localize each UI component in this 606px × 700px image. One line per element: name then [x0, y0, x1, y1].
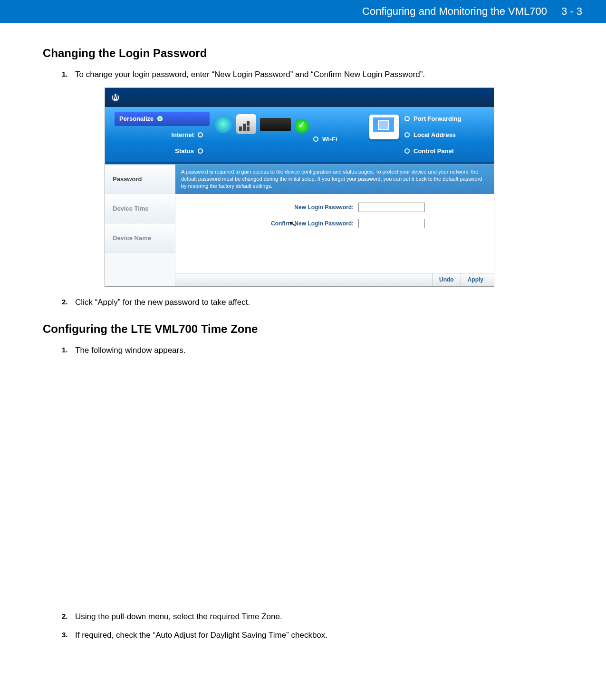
nav-right-group: Port Forwarding Local Address Control Pa… — [399, 112, 484, 160]
step-row: 2. Using the pull-down menu, select the … — [62, 611, 563, 623]
step-number: 1. — [62, 344, 75, 357]
nav-label: Internet — [171, 131, 194, 138]
nav-wifi[interactable]: Wi-Fi — [309, 136, 337, 143]
nav-label: Personalize — [119, 115, 154, 122]
step-row: 3. If required, check the “Auto Adjust f… — [62, 629, 563, 642]
nav-label: Port Forwarding — [414, 115, 461, 122]
heading-time-zone: Configuring the LTE VML700 Time Zone — [43, 322, 563, 336]
step-row: 2. Click “Apply” for the new password to… — [62, 296, 563, 309]
step-text: Using the pull-down menu, select the req… — [75, 611, 563, 623]
radio-icon — [404, 116, 410, 121]
router-device-icon — [260, 118, 291, 131]
nav-status[interactable]: Status — [115, 144, 210, 158]
new-password-label: New Login Password: — [244, 204, 354, 211]
nav-center-icons — [214, 114, 309, 134]
step-number: 2. — [62, 611, 75, 623]
blank-figure-space — [43, 363, 563, 611]
help-text: A password is required to gain access to… — [175, 165, 494, 194]
step-row: 1. The following window appears. — [62, 344, 563, 357]
nav-left-group: Personalize Internet Status — [115, 112, 210, 160]
router-ui-screenshot: Personalize Internet Status — [105, 88, 494, 287]
confirm-password-input[interactable] — [358, 219, 425, 228]
footer-buttons: Undo Apply — [175, 273, 494, 286]
form-row-new-password: New Login Password: — [175, 203, 494, 212]
new-password-input[interactable] — [358, 203, 425, 212]
undo-button[interactable]: Undo — [432, 273, 461, 286]
monitor-screen-icon — [373, 117, 394, 132]
nav-label: Local Address — [414, 131, 456, 138]
step-number: 2. — [62, 296, 75, 309]
header-title: Configuring and Monitoring the VML700 — [362, 5, 547, 18]
nav-control-panel[interactable]: Control Panel — [399, 144, 484, 158]
nav-label: Status — [175, 147, 194, 155]
nav-label: Wi-Fi — [322, 136, 337, 143]
header-page-num: 3 - 3 — [561, 5, 582, 18]
radio-icon — [313, 136, 318, 142]
step-text: If required, check the “Auto Adjust for … — [75, 629, 563, 642]
radio-icon — [404, 132, 410, 137]
nav-label: Control Panel — [414, 147, 454, 155]
nav-internet[interactable]: Internet — [115, 128, 210, 142]
heading-change-password: Changing the Login Password — [43, 47, 563, 60]
form-area: New Login Password: Confirm New Login Pa… — [175, 194, 494, 273]
side-tab-password[interactable]: Password — [105, 165, 175, 194]
step-text: Click “Apply” for the new password to ta… — [75, 296, 563, 309]
motorola-logo-icon — [109, 91, 122, 104]
side-tabs: Password Device Time Device Name — [105, 165, 175, 286]
step-text: To change your login password, enter “Ne… — [75, 68, 563, 81]
content-area: Changing the Login Password 1. To change… — [0, 23, 606, 667]
radio-icon — [198, 132, 203, 137]
confirm-password-label: Confirm New Login Password: — [244, 220, 354, 227]
step-text: The following window appears. — [75, 344, 563, 357]
router-panel-area: Password Device Time Device Name A passw… — [105, 164, 494, 286]
nav-port-forwarding[interactable]: Port Forwarding — [399, 112, 484, 126]
step-row: 1. To change your login password, enter … — [62, 68, 563, 81]
apply-button[interactable]: Apply — [461, 273, 490, 286]
radio-icon — [157, 116, 163, 121]
router-titlebar — [105, 88, 494, 107]
panel-main: A password is required to gain access to… — [175, 165, 494, 286]
radio-icon — [198, 148, 203, 154]
router-nav-band: Personalize Internet Status — [105, 107, 494, 164]
page-header: Configuring and Monitoring the VML700 3 … — [0, 0, 606, 23]
step-number: 3. — [62, 629, 75, 642]
globe-icon — [214, 115, 232, 133]
side-tab-device-name[interactable]: Device Name — [105, 224, 175, 253]
side-tab-device-time[interactable]: Device Time — [105, 194, 175, 224]
radio-icon — [404, 148, 410, 154]
signal-bars-icon — [236, 114, 256, 134]
step-number: 1. — [62, 68, 75, 81]
form-row-confirm-password: Confirm New Login Password: — [175, 219, 494, 228]
nav-personalize[interactable]: Personalize — [115, 112, 210, 126]
check-icon — [295, 119, 309, 133]
monitor-icon — [369, 115, 399, 139]
nav-local-address[interactable]: Local Address — [399, 128, 484, 142]
